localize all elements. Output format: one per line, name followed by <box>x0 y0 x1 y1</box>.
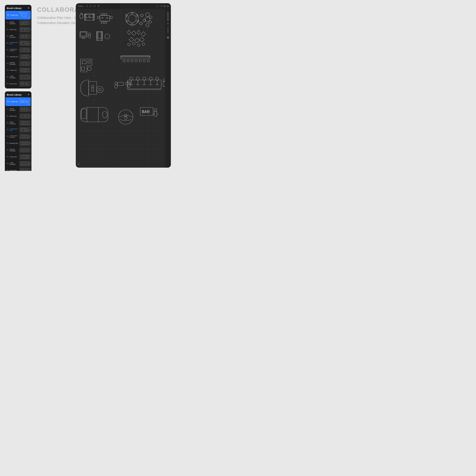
card2-brush-list: People Plan 1 ✓ <box>5 97 32 171</box>
wrench-icon[interactable] <box>85 5 88 7</box>
svg-rect-32 <box>27 63 29 65</box>
undo-button[interactable]: ↩ <box>78 163 80 166</box>
svg-point-176 <box>143 60 145 62</box>
svg-rect-117 <box>93 14 94 20</box>
svg-rect-23 <box>21 49 22 51</box>
svg-point-86 <box>22 170 23 171</box>
brush-row-plants-plan-2[interactable]: Plants Plan ✓ <box>5 167 32 171</box>
card1-brush-list: People Plan 1 ✓ <box>5 11 32 87</box>
svg-rect-35 <box>25 69 27 71</box>
preview-office-plan-2 <box>19 113 31 119</box>
svg-point-126 <box>102 17 103 18</box>
svg-rect-72 <box>22 142 24 144</box>
brush-icon-office-elevation-1 <box>6 35 9 38</box>
svg-point-79 <box>22 156 24 158</box>
gallery-button[interactable]: Gallery <box>78 5 83 7</box>
svg-rect-13 <box>21 29 22 29</box>
brush-row-office-elevation-1[interactable]: Office Elevation ✓ <box>5 33 32 40</box>
brush-size-slider[interactable] <box>168 12 169 21</box>
brush-row-collab-elevation-1[interactable]: Collaborative Elevation ✓ <box>5 47 32 53</box>
brush-icon-lobby-elevation-2 <box>6 162 9 165</box>
svg-rect-168 <box>81 67 85 70</box>
svg-rect-145 <box>81 32 86 36</box>
canvas-drawings: BAR <box>76 9 165 168</box>
svg-rect-66 <box>25 130 29 132</box>
brush-row-meeting-elevation-1[interactable]: Meeting Elevation ✓ <box>5 60 32 67</box>
brush-row-office-elevation-2[interactable]: Office Elevation ✓ <box>5 119 32 126</box>
svg-point-127 <box>106 17 108 18</box>
svg-rect-57 <box>25 115 29 118</box>
brush-row-people-plan-1[interactable]: People Plan 1 ✓ <box>5 11 31 19</box>
toolbar-more-button[interactable]: ••• <box>156 5 159 7</box>
card2-add-button[interactable]: + <box>28 93 30 96</box>
preview-office-plan-1 <box>19 27 31 33</box>
brush-row-office-plan-2[interactable]: Office Plan 2 ✓ <box>5 113 32 119</box>
brush-row-people-plan-2[interactable]: People Plan 1 ✓ <box>5 97 31 106</box>
svg-point-34 <box>22 69 24 71</box>
svg-rect-62 <box>25 122 27 125</box>
brush-row-plants-plan-1[interactable]: Plants Plan ✓ <box>5 80 32 87</box>
brush-row-lobby-elevation-2[interactable]: Lobby Elevation 5 ✓ <box>5 160 32 167</box>
opacity-slider[interactable] <box>168 27 169 33</box>
brush-icon-collab-plan-2 <box>6 128 9 132</box>
label-lobby-elevation-2: Lobby Elevation <box>9 162 19 165</box>
svg-point-1 <box>22 12 24 14</box>
svg-rect-216 <box>154 111 157 116</box>
pen-icon[interactable]: ✎ <box>161 5 162 7</box>
eraser-icon[interactable] <box>167 5 169 8</box>
arrow-icon[interactable] <box>97 5 100 7</box>
brush-row-office-plan-1[interactable]: Office Plan 2 ✓ <box>5 26 32 33</box>
smudge-icon[interactable] <box>163 5 166 8</box>
svg-point-41 <box>22 83 23 84</box>
svg-rect-49 <box>27 101 29 103</box>
label-office-plan-1: Office Plan <box>9 29 19 31</box>
svg-rect-24 <box>23 48 24 51</box>
card1-add-button[interactable]: + <box>28 6 30 10</box>
svg-point-209 <box>102 111 107 118</box>
svg-rect-121 <box>104 13 107 15</box>
tablet-frame: Gallery <box>76 3 171 168</box>
brush-row-meeting-plan-2[interactable]: Meeting Plan 4 ✓ <box>5 140 32 147</box>
svg-rect-167 <box>88 61 90 63</box>
svg-point-163 <box>137 44 140 47</box>
svg-point-162 <box>133 42 135 45</box>
svg-point-143 <box>149 21 152 23</box>
preview-collab-elevation-1 <box>19 47 31 53</box>
svg-rect-185 <box>118 82 123 85</box>
svg-rect-8 <box>23 22 24 24</box>
svg-rect-30 <box>21 63 23 65</box>
brush-row-meeting-elevation-2[interactable]: Meeting Elevation ✓ <box>5 147 32 153</box>
label-people-plan-1: People Plan <box>10 14 18 16</box>
svg-rect-25 <box>25 49 27 51</box>
label-meeting-elevation-2: Meeting Elevation <box>9 149 19 152</box>
svg-point-174 <box>135 60 137 62</box>
brush-row-people-elevation-2[interactable]: People Elevation ✓ <box>5 106 32 113</box>
svg-point-161 <box>128 43 130 46</box>
preview-plants-plan-1 <box>19 81 31 87</box>
canvas-button[interactable] <box>167 36 169 39</box>
brush-row-meeting-plan-1[interactable]: Meeting Plan 4 ✓ <box>5 53 32 60</box>
svg-rect-19 <box>21 41 25 45</box>
svg-rect-21 <box>26 42 28 43</box>
label-collab-plan-1: Collaborative Plan <box>9 42 19 45</box>
svg-rect-26 <box>28 49 29 51</box>
brush-row-collab-elevation-2[interactable]: Collaborative Elevation ✓ <box>5 133 32 140</box>
svg-rect-150 <box>97 32 102 38</box>
svg-rect-125 <box>110 16 112 18</box>
svg-rect-69 <box>25 135 27 138</box>
wand-icon[interactable] <box>89 5 92 7</box>
brush-row-lobby-plan-2[interactable]: Lobby Plan <box>5 153 32 160</box>
brush-row-collab-plan-1[interactable]: Collaborative Plan 3 ✓ <box>5 40 32 47</box>
curve-icon[interactable] <box>93 5 96 7</box>
brush-row-collab-plan-2[interactable]: Collaborative Plan 3 ✓ <box>5 126 32 133</box>
brush-row-lobby-plan-1[interactable]: Lobby Plan <box>5 67 32 74</box>
svg-rect-188 <box>126 82 131 85</box>
svg-rect-169 <box>121 56 150 59</box>
svg-point-2 <box>24 13 26 15</box>
svg-point-215 <box>154 108 157 111</box>
brush-row-people-elevation-1[interactable]: People Elevation ✓ <box>5 19 32 26</box>
svg-point-177 <box>147 60 149 62</box>
svg-point-42 <box>25 82 28 85</box>
svg-point-153 <box>105 34 110 39</box>
brush-row-lobby-elevation-1[interactable]: Lobby Elevation 5 ✓ <box>5 74 32 80</box>
